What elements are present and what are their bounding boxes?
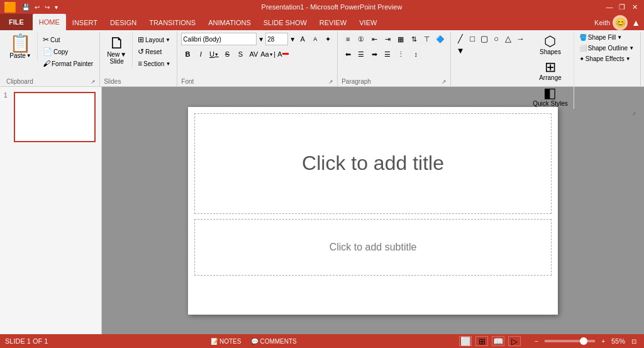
slide-canvas[interactable]: Click to add title Click to add subtitle [188, 107, 558, 315]
decrease-font-size-button[interactable]: A [309, 33, 321, 45]
ribbon-tabs-bar: FILE HOME INSERT DESIGN TRANSITIONS ANIM… [0, 14, 644, 30]
section-button[interactable]: ≡ Section ▼ [135, 58, 173, 69]
slideshow-button[interactable]: ▷ [508, 336, 521, 346]
zoom-slider[interactable] [545, 340, 595, 342]
tabs-bar-right: Keith 😊 ▲ [594, 15, 644, 30]
zoom-thumb[interactable] [580, 337, 587, 345]
shape-rounded-rect[interactable]: ▢ [479, 33, 490, 44]
justify-button[interactable]: ☰ [381, 48, 394, 60]
copy-button[interactable]: 📄 Copy [40, 46, 96, 57]
layout-button[interactable]: ⊞ Layout ▼ [135, 34, 173, 45]
arrange-button[interactable]: ⊞ Arrange [530, 59, 571, 83]
font-size-input[interactable] [265, 33, 288, 45]
font-expand-icon[interactable]: ↗ [328, 79, 333, 85]
font-name-dropdown-icon[interactable]: ▼ [258, 36, 264, 43]
italic-button[interactable]: I [194, 48, 207, 60]
tab-transitions[interactable]: TRANSITIONS [143, 15, 202, 30]
clipboard-expand-icon[interactable]: ↗ [91, 79, 96, 85]
change-case-button[interactable]: Aa▼ [260, 48, 273, 60]
notes-button[interactable]: 📝 NOTES [208, 338, 243, 345]
shape-triangle[interactable]: △ [502, 33, 514, 44]
quick-styles-button[interactable]: ◧ Quick Styles [530, 84, 571, 109]
reset-button[interactable]: ↺ Reset [135, 46, 173, 57]
align-left-button[interactable]: ⬅ [341, 48, 354, 60]
customize-qa-button[interactable]: ▾ [53, 3, 60, 11]
bold-button[interactable]: B [181, 48, 194, 60]
align-right-button[interactable]: ➡ [368, 48, 380, 60]
quick-styles-label: Quick Styles [533, 100, 568, 107]
bullets-button[interactable]: ≡ [341, 33, 354, 45]
undo-qa-button[interactable]: ↩ [33, 3, 42, 11]
columns-button[interactable]: ▦ [394, 33, 407, 45]
text-columns-button[interactable]: ⋮ [394, 48, 407, 60]
font-name-input[interactable] [181, 33, 257, 45]
collapse-ribbon-button[interactable]: ▲ [631, 18, 640, 28]
shape-fill-button[interactable]: 🪣 Shape Fill ▼ [577, 33, 636, 42]
para-list-row: ≡ ① ⇤ ⇥ ▦ ⇅ ⊤ 🔷 [341, 33, 447, 45]
underline-button[interactable]: U▼ [208, 48, 220, 60]
tab-review[interactable]: REVIEW [313, 15, 353, 30]
zoom-level: 55% [611, 337, 625, 345]
maximize-button[interactable]: ❐ [616, 2, 628, 12]
align-center-button[interactable]: ☰ [355, 48, 367, 60]
notes-icon: 📝 [211, 338, 218, 345]
slide-sublabel: Slide [109, 58, 123, 65]
shape-arrow[interactable]: → [514, 33, 526, 44]
numbering-button[interactable]: ① [355, 33, 367, 45]
tab-insert[interactable]: INSERT [66, 15, 104, 30]
normal-view-button[interactable]: ⬜ [459, 336, 472, 346]
minimize-button[interactable]: — [604, 2, 615, 12]
slide-subtitle-box[interactable]: Click to add subtitle [194, 219, 552, 276]
window-controls: — ❐ ✕ [604, 2, 640, 12]
slide-sorter-button[interactable]: ⊞ [475, 336, 488, 346]
copy-icon: 📄 [43, 47, 52, 56]
shape-rect[interactable]: □ [467, 33, 478, 44]
char-spacing-button[interactable]: AV [247, 48, 260, 60]
align-text-button[interactable]: ⊤ [421, 33, 433, 45]
paste-dropdown-icon: ▼ [26, 53, 31, 59]
canvas-area: Click to add title Click to add subtitle [102, 87, 644, 334]
font-group: ▼ ▼ A A ✦ B I U▼ S S AV Aa▼ | A Font ↗ [177, 31, 338, 86]
tab-view[interactable]: VIEW [353, 15, 383, 30]
new-slide-button[interactable]: 🗋 New ▼ Slide [104, 33, 130, 67]
shape-effects-icon: ✦ [579, 55, 584, 62]
cut-button[interactable]: ✂ Cut [40, 34, 96, 45]
reading-view-button[interactable]: 📖 [492, 336, 504, 346]
paste-button[interactable]: 📋 Paste ▼ [6, 33, 35, 61]
increase-font-size-button[interactable]: A [297, 33, 308, 45]
shape-effects-button[interactable]: ✦ Shape Effects ▼ [577, 54, 636, 64]
shapes-button[interactable]: ⬡ Shapes [530, 33, 571, 57]
font-size-dropdown-icon[interactable]: ▼ [289, 36, 296, 43]
zoom-in-button[interactable]: + [599, 338, 608, 345]
paragraph-expand-icon[interactable]: ↗ [441, 79, 447, 85]
close-button[interactable]: ✕ [629, 2, 640, 12]
text-shadow-button[interactable]: S [234, 48, 247, 60]
tab-design[interactable]: DESIGN [104, 15, 143, 30]
increase-indent-button[interactable]: ⇥ [381, 33, 394, 45]
decrease-indent-button[interactable]: ⇤ [368, 33, 380, 45]
fit-to-window-button[interactable]: ⊡ [629, 338, 639, 345]
para-align-row: ⬅ ☰ ➡ ☰ ⋮ ↕ [341, 48, 422, 60]
shape-ellipse[interactable]: ○ [491, 33, 502, 44]
slide-thumbnail[interactable] [14, 92, 96, 142]
tab-slide-show[interactable]: SLIDE SHOW [257, 15, 313, 30]
comments-button[interactable]: 💬 COMMENTS [248, 338, 299, 345]
strikethrough-button[interactable]: S [221, 48, 233, 60]
line-spacing-button[interactable]: ↕ [409, 48, 422, 60]
shape-more-dropdown[interactable]: ▼ [455, 45, 466, 56]
tab-home[interactable]: HOME [33, 14, 66, 30]
drawing-expand-icon[interactable]: ↗ [631, 111, 636, 117]
text-direction-button[interactable]: ⇅ [408, 33, 420, 45]
save-qa-button[interactable]: 💾 [20, 3, 31, 11]
clear-formatting-button[interactable]: ✦ [322, 33, 333, 45]
format-painter-button[interactable]: 🖌 Format Painter [40, 58, 96, 69]
tab-animations[interactable]: ANIMATIONS [202, 15, 257, 30]
redo-qa-button[interactable]: ↪ [43, 3, 52, 11]
smartart-button[interactable]: 🔷 [434, 33, 447, 45]
zoom-out-button[interactable]: − [532, 338, 541, 345]
slide-title-box[interactable]: Click to add title [194, 113, 552, 214]
shape-line[interactable]: ╱ [455, 33, 466, 44]
font-color-button[interactable]: A [277, 48, 289, 60]
shape-outline-button[interactable]: ⬜ Shape Outline ▼ [577, 43, 636, 53]
tab-file[interactable]: FILE [0, 14, 33, 30]
